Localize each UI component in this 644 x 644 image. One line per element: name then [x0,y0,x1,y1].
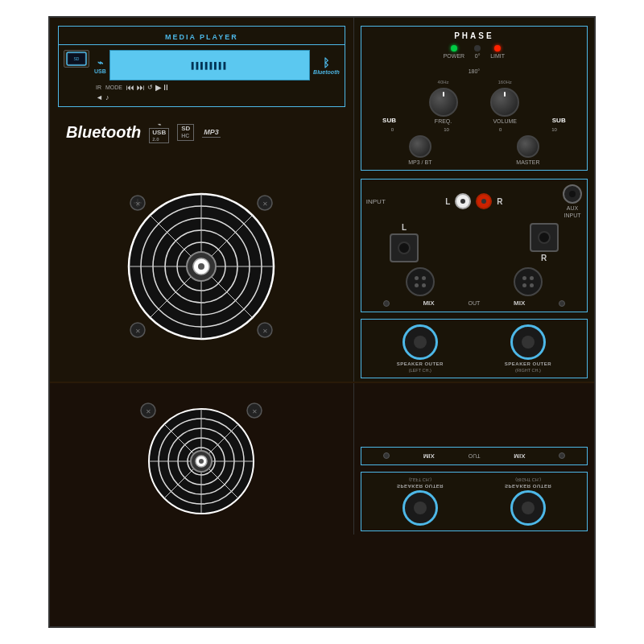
sub-right-group: SUB [552,117,566,124]
aux-jack [563,184,582,204]
fan-container: ✕ ✕ ✕ ✕ [121,186,282,347]
rca-left [455,193,471,209]
screw-tr: ✕ [256,194,274,212]
xlr-right [514,267,543,296]
svg-text:✕: ✕ [135,200,141,208]
master-knob[interactable] [517,135,539,158]
repeat-btn[interactable]: ↺ [147,84,153,91]
bt-logos-row: Bluetooth ⌁ USB 2.0 SD HC [50,107,353,151]
usb-logo: ⌁ USB 2.0 [149,122,169,143]
power-led [451,45,457,52]
speaker-jack-left [402,324,438,360]
bluetooth-icon-mp: ᛒ Bluetooth [313,56,340,75]
mp-screen: ▌▌▌▌▌▌▌▌ [109,50,310,80]
phase-indicators: POWER 0° LIMIT [366,45,582,59]
mp-display-area: ⌁ USB ▌▌▌▌▌▌▌▌ ᛒ Bluetooth [94,50,340,101]
master-knob-group: MASTER [516,135,539,165]
trs-row: L R [366,223,582,262]
mp3bt-knob[interactable] [409,135,431,158]
speaker-section: SPEAKER OUTER (LEFT CH.) SPEAKER OUTER (… [361,319,588,378]
vol-up[interactable]: ♪ [105,93,109,101]
freq-knob-group: 40Hz FREQ. [429,80,458,124]
sd-logo: SD HC [177,124,194,140]
deg0-led [474,45,481,52]
svg-text:SD: SD [74,56,80,61]
mix-led-right [559,300,565,307]
bottom-right: SPEAKER OUTER (LEFT CH.) SPEAKER OUTER (… [354,383,594,535]
svg-point-41 [199,459,204,464]
speaker-left-group: SPEAKER OUTER (LEFT CH.) [397,324,444,373]
media-player-body: SD ⌁ USB ▌▌▌▌▌▌▌▌ [59,45,345,106]
media-player-header: MEDIA PLAYER [59,27,345,45]
skip-back-btn[interactable]: ⏭ [137,83,145,92]
bottom-knobs-row: MP3 / BT MASTER [366,135,582,165]
bottom-left: ✕ ✕ [50,383,354,535]
left-panel: MEDIA PLAYER SD [50,18,354,382]
speaker-row-reflected: SPEAKER OUTER (LEFT CH.) SPEAKER OUTER (… [366,477,582,526]
svg-text:✕: ✕ [262,328,268,335]
sd-card-slot: SD [64,50,89,68]
mp3bt-knob-group: MP3 / BT [408,135,431,165]
mp-controls: IR MODE ⏮ ⏭ ↺ ▶⏸ ◄ ♪ [94,83,340,101]
speaker-jack-right [510,324,546,360]
xlr-left [406,267,435,296]
vol-down[interactable]: ◄ [96,93,103,101]
speaker-jack-reflected-right [510,490,546,526]
fan-area: ✕ ✕ ✕ ✕ [50,151,353,382]
play-btn[interactable]: ▶⏸ [155,83,170,92]
right-panel: PHASE POWER 0° LIMIT [354,18,594,382]
sub-left-group: SUB [382,117,396,124]
svg-text:✕: ✕ [135,328,141,335]
freq-knob[interactable] [429,88,458,117]
speaker-row: SPEAKER OUTER (LEFT CH.) SPEAKER OUTER (… [366,324,582,373]
trs-right [530,223,559,252]
volume-knob[interactable] [490,88,519,117]
media-player-title: MEDIA PLAYER [165,33,238,41]
screw-tl: ✕ [129,194,147,212]
screw-br: ✕ [256,321,274,339]
input-section: INPUT L R [361,179,588,312]
mix-row: MIX OUT MIX [366,299,582,307]
usb-label: ⌁ USB [94,57,106,74]
limit-led [494,45,501,52]
top-section: MEDIA PLAYER SD [50,18,594,382]
prev-btn[interactable]: ⏮ [126,83,134,92]
svg-text:✕: ✕ [252,408,258,415]
bottom-section: ✕ ✕ [50,382,594,535]
mp-left: SD [64,50,89,68]
svg-text:✕: ✕ [262,200,268,208]
speaker-right-group: SPEAKER OUTER (RIGHT CH.) [505,324,551,373]
mp3-logo: MP3 [202,127,221,138]
rca-right [476,193,492,209]
rca-input-row: INPUT L R [366,184,582,218]
screw-bl: ✕ [129,321,147,339]
top-knobs-row: SUB 40Hz FREQ. 160Hz [366,80,582,124]
mp-top-row: ⌁ USB ▌▌▌▌▌▌▌▌ ᛒ Bluetooth [94,50,340,80]
rca-group: L R [445,193,502,209]
phase-header: PHASE [366,31,582,40]
mix-led-left [383,300,390,307]
media-player-container: MEDIA PLAYER SD [58,26,345,107]
phase-section: PHASE POWER 0° LIMIT [361,26,588,171]
speaker-jack-reflected-left [402,490,438,526]
bottom-fan: ✕ ✕ [129,393,274,526]
bluetooth-text: Bluetooth [66,123,141,142]
svg-point-25 [198,263,204,270]
svg-text:✕: ✕ [146,408,151,415]
device-body: MEDIA PLAYER SD [48,16,596,628]
xlr-row [366,267,582,296]
trs-left [390,233,419,262]
volume-knob-group: 160Hz VOLUME [490,80,519,124]
